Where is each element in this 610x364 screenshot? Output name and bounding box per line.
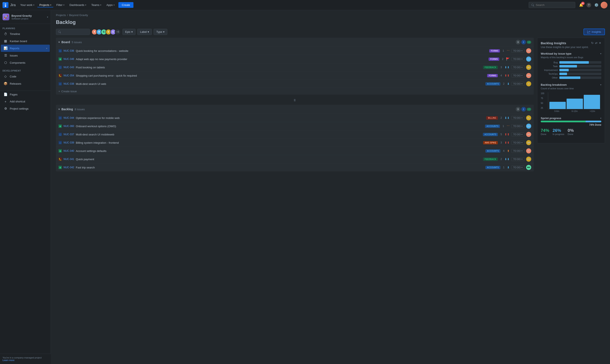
bar-fill-techops <box>559 73 567 75</box>
workload-subtitle: Majority of this backlog's issues are Bu… <box>541 56 601 59</box>
issue-row[interactable]: 🐛 NUC-354 Shopping cart purchasing error… <box>56 71 534 79</box>
sprint-progress-header[interactable]: Sprint progress ▾ <box>541 117 601 120</box>
priority-medium-336: ⁻⁻ <box>507 49 510 52</box>
sidebar-item-timeline[interactable]: ⏱ Timeline <box>1 30 50 38</box>
sidebar-item-code[interactable]: ◇ Code <box>1 73 50 80</box>
board-section-header[interactable]: ▾ Board 5 issues 3 2 +0 <box>56 38 534 47</box>
board-create-issue[interactable]: + Create issue <box>56 88 534 95</box>
settings-button[interactable]: ⚙️ <box>593 2 600 9</box>
issue-id-342[interactable]: NUC-342 <box>64 166 74 169</box>
issue-id-346[interactable]: NUC-346 <box>64 58 74 61</box>
issue-row[interactable]: ◻ NUC-339 Billing system integration - f… <box>56 138 534 147</box>
sidebar-item-issues[interactable]: ☰ Issues <box>1 52 50 59</box>
breadcrumb-projects[interactable]: Projects <box>56 13 66 17</box>
label-filter[interactable]: Label ▾ <box>137 29 152 35</box>
issue-id-337[interactable]: NUC-337 <box>64 133 74 136</box>
issue-row[interactable]: ◼ NUC-342 Fast trip search ACCOUNTS 1 ⬇ … <box>56 163 534 171</box>
sidebar-item-add-shortcut[interactable]: + Add shortcut <box>1 98 50 105</box>
status-340[interactable]: TO DO ▾ <box>511 149 524 153</box>
issue-title-337: Multi-dest search UI mobileweb <box>76 133 481 136</box>
status-336[interactable]: TO DO ▾ <box>511 49 524 53</box>
learn-more-link[interactable]: Learn more <box>2 359 48 362</box>
search-box[interactable] <box>529 2 575 8</box>
backlog-sprint-badges: 3 2 +0 <box>516 107 531 112</box>
breakdown-header[interactable]: Backlog breakdown ▾ <box>541 83 601 86</box>
breadcrumb-project[interactable]: Beyond Gravity <box>69 13 88 17</box>
status-344[interactable]: TO DO ▾ <box>511 116 524 120</box>
sidebar-item-project-settings[interactable]: ⚙ Project settings <box>1 105 50 112</box>
insights-panel-actions: ↻ ⇄ ✕ <box>591 41 601 45</box>
filter-menu[interactable]: Filter ▾ <box>54 2 67 7</box>
status-346[interactable]: TO DO ▾ <box>511 57 524 61</box>
issue-label-337: ACCOUNTS <box>483 133 498 136</box>
issue-id-339[interactable]: NUC-339 <box>64 141 74 144</box>
sidebar-item-kanban[interactable]: ▦ Kanban board <box>1 38 50 45</box>
board-badge-3: +0 <box>527 41 531 44</box>
issue-type-task: ◻ <box>58 116 62 119</box>
status-342[interactable]: TO DO ▾ <box>511 166 524 169</box>
type-filter[interactable]: Type ▾ <box>154 29 167 35</box>
apps-menu[interactable]: Apps ▾ <box>104 2 117 7</box>
issue-id-336[interactable]: NUC-336 <box>64 49 74 52</box>
components-icon: ⬡ <box>3 61 8 65</box>
avatar-more[interactable]: +3 <box>115 29 121 35</box>
section-divider[interactable] <box>56 97 534 105</box>
issue-id-338[interactable]: NUC-338 <box>64 82 74 85</box>
insights-button[interactable]: Insights <box>583 28 605 35</box>
status-338[interactable]: TO DO ▾ <box>511 82 524 86</box>
sidebar-item-pages[interactable]: 📄 Pages <box>1 91 50 98</box>
your-work-menu[interactable]: Your work ▾ <box>18 2 36 7</box>
insights-close-icon[interactable]: ✕ <box>599 41 601 45</box>
create-button[interactable]: Create <box>118 2 134 8</box>
status-360[interactable]: TO DO ▾ <box>511 124 524 128</box>
issue-row[interactable]: ◼ NUC-340 Account settings defaults ACCO… <box>56 147 534 155</box>
teams-menu[interactable]: Teams ▾ <box>89 2 103 7</box>
issue-row[interactable]: ◼ NUC-360 Onboard workout options (OWO) … <box>56 122 534 130</box>
issue-row[interactable]: ◻ NUC-338 Multi-dest search UI web ACCOU… <box>56 79 534 88</box>
issue-label-336: FORMS <box>489 49 500 52</box>
insights-refresh-icon[interactable]: ↻ <box>591 41 594 45</box>
backlog-search[interactable] <box>56 29 90 35</box>
search-input[interactable] <box>536 3 572 7</box>
notifications-button[interactable]: 🔔 9+ <box>578 2 584 9</box>
sidebar-item-releases[interactable]: 📦 Releases <box>1 80 50 87</box>
issue-id-343[interactable]: NUC-343 <box>64 66 74 69</box>
backlog-section-header[interactable]: ▾ Backlog 8 issues 3 2 +0 <box>56 105 534 114</box>
workload-header[interactable]: Workload by issue type ▾ <box>541 52 601 55</box>
sprint-progress-bar <box>541 121 601 122</box>
issue-row[interactable]: ◻ NUC-343 Fluid booking on tablets FEEDB… <box>56 63 534 71</box>
sidebar-item-code-label: Code <box>10 75 16 78</box>
issue-id-344[interactable]: NUC-344 <box>64 117 74 119</box>
sidebar-item-components[interactable]: ⬡ Components <box>1 59 50 66</box>
issue-row[interactable]: ◼ NUC-346 Adapt web app no new payments … <box>56 55 534 63</box>
issue-id-341[interactable]: NUC-341 <box>64 158 74 161</box>
backlog-search-input[interactable] <box>63 30 87 33</box>
status-354[interactable]: TO DO ▾ <box>511 74 524 78</box>
stat-inprogress-value: 26% <box>553 128 564 133</box>
dashboards-menu[interactable]: Dashboards ▾ <box>67 2 88 7</box>
epic-filter[interactable]: Epic ▾ <box>122 29 136 35</box>
avatar-343: EF <box>526 65 531 70</box>
top-navigation: Jira Your work ▾ Projects ▾ Filter ▾ Das… <box>0 0 610 10</box>
projects-menu[interactable]: Projects ▾ <box>37 2 53 7</box>
app-logo: Jira <box>2 2 16 8</box>
issue-id-360[interactable]: NUC-360 <box>64 125 74 128</box>
issue-id-340[interactable]: NUC-340 <box>64 149 74 152</box>
issue-row[interactable]: ◻ NUC-336 Quick booking for accomodation… <box>56 47 534 55</box>
status-341[interactable]: TO DO ▾ <box>511 157 524 161</box>
issue-id-354[interactable]: NUC-354 <box>64 74 74 77</box>
issue-row[interactable]: ◻ NUC-337 Multi-dest search UI mobileweb… <box>56 130 534 138</box>
status-337[interactable]: TO DO ▾ <box>511 132 524 136</box>
user-avatar[interactable] <box>601 2 608 9</box>
sprint-stats: 74% Done 26% In progress 0% Done <box>541 128 601 135</box>
help-button[interactable]: ? <box>585 2 592 9</box>
status-339[interactable]: TO DO ▾ <box>511 141 524 144</box>
bar-row-task: Task <box>541 65 601 67</box>
status-343[interactable]: TO DO ▾ <box>511 65 524 69</box>
sidebar-item-reports[interactable]: 📊 Reports ▾ <box>1 45 50 52</box>
insights-panel: Backlog Insights ↻ ⇄ ✕ Use these insight… <box>537 38 605 143</box>
issue-row[interactable]: 🐛 NUC-341 Quick payment FEEDBACK 2 ⬇⬇ TO… <box>56 155 534 163</box>
add-shortcut-icon: + <box>3 100 8 103</box>
issue-row[interactable]: ◻ NUC-344 Optimize experience for mobile… <box>56 114 534 122</box>
insights-swap-icon[interactable]: ⇄ <box>595 41 597 45</box>
